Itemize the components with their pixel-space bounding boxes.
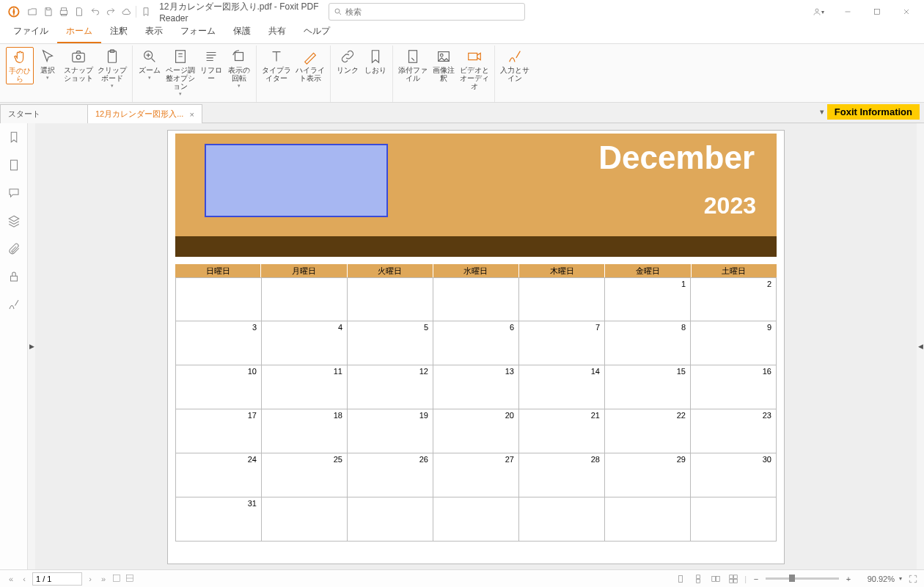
- page-icon[interactable]: [72, 3, 87, 21]
- minimize-button[interactable]: [833, 1, 862, 22]
- search-input[interactable]: [345, 7, 520, 16]
- expand-left-icon[interactable]: ▶: [28, 123, 35, 569]
- highlight-tool[interactable]: ハイライト表示: [293, 47, 327, 83]
- bookmark-tool[interactable]: しおり: [362, 47, 389, 75]
- window-controls: ▾: [804, 1, 921, 22]
- menu-form[interactable]: フォーム: [172, 22, 224, 43]
- menubar: ファイル ホーム 注釈 表示 フォーム 保護 共有 ヘルプ: [0, 23, 924, 44]
- foxit-info-badge[interactable]: Foxit Information: [827, 104, 920, 120]
- continuous-facing-view[interactable]: [727, 572, 740, 586]
- save-icon[interactable]: [40, 3, 56, 21]
- calendar-cell: 12: [348, 365, 433, 409]
- single-page-view[interactable]: [674, 572, 687, 586]
- calendar-row: 31: [175, 497, 777, 542]
- calendar-cell: [433, 497, 519, 542]
- menu-home[interactable]: ホーム: [57, 22, 101, 43]
- maximize-button[interactable]: [862, 1, 892, 22]
- titlebar: 12月カレンダー図形入り.pdf - Foxit PDF Reader ▾: [0, 0, 924, 23]
- calendar-cell: 5: [348, 321, 433, 365]
- undo-icon[interactable]: [87, 3, 103, 21]
- calendar-row: 12: [175, 277, 777, 321]
- bookmark-panel-icon[interactable]: [7, 131, 21, 145]
- signature-panel-icon[interactable]: [7, 298, 21, 313]
- calendar-cell: 27: [433, 453, 519, 497]
- svg-rect-21: [697, 579, 700, 583]
- calendar-cell: 6: [433, 321, 519, 365]
- day-fri: 金曜日: [604, 264, 690, 277]
- calendar-cell: [691, 497, 777, 542]
- calendar-cell: 21: [519, 409, 605, 453]
- clipboard-tool[interactable]: クリップボード▾: [95, 47, 129, 89]
- hand-tool[interactable]: 手のひら: [6, 47, 34, 84]
- continuous-view[interactable]: [692, 572, 705, 586]
- comments-panel-icon[interactable]: [7, 186, 21, 201]
- menu-file[interactable]: ファイル: [4, 22, 57, 43]
- reflow-tool[interactable]: リフロー: [197, 47, 225, 83]
- calendar-grid: 1234567891011121314151617181920212223242…: [175, 277, 777, 542]
- rotate-tool[interactable]: 表示の回転▾: [225, 47, 253, 89]
- notice-bar: ▾ Foxit Information: [817, 103, 920, 120]
- fullscreen-button[interactable]: [906, 572, 920, 586]
- work-area: ▶ December 2023 日曜日 月曜日 火曜日 水曜日 木曜日 金曜日 …: [0, 123, 924, 569]
- attachments-panel-icon[interactable]: [7, 242, 21, 257]
- day-tue: 火曜日: [347, 264, 433, 277]
- image-annot-tool[interactable]: 画像注釈: [430, 47, 458, 83]
- day-sun: 日曜日: [175, 264, 260, 277]
- close-button[interactable]: [892, 1, 921, 22]
- typewriter-tool[interactable]: タイプライター: [260, 47, 293, 83]
- notice-dropdown[interactable]: ▾: [817, 103, 827, 120]
- next-page-button[interactable]: ›: [84, 575, 97, 583]
- user-icon[interactable]: ▾: [804, 1, 833, 22]
- select-tool[interactable]: 選択▾: [34, 47, 62, 81]
- menu-comment[interactable]: 注釈: [101, 22, 136, 43]
- open-icon[interactable]: [25, 3, 40, 21]
- outline-nav2-icon[interactable]: [123, 573, 136, 585]
- svg-rect-24: [730, 575, 733, 578]
- tab-close-icon[interactable]: ×: [189, 110, 194, 119]
- security-panel-icon[interactable]: [7, 270, 21, 285]
- menu-share[interactable]: 共有: [260, 22, 295, 43]
- menu-protect[interactable]: 保護: [224, 22, 260, 43]
- calendar-cell: 3: [175, 321, 262, 365]
- video-tool[interactable]: ビデオとオーディオ: [458, 47, 491, 91]
- pages-panel-icon[interactable]: [7, 158, 21, 173]
- zoom-dropdown[interactable]: ▾: [899, 575, 902, 582]
- layers-panel-icon[interactable]: [7, 214, 21, 229]
- page-fit-tool[interactable]: ページ調整オプション▾: [164, 47, 197, 97]
- bookmark-dropdown-icon[interactable]: [138, 3, 153, 21]
- calendar-row: 24252627282930: [175, 453, 777, 497]
- outline-nav-icon[interactable]: [110, 573, 123, 585]
- tab-document[interactable]: 12月カレンダー図形入...×: [87, 104, 202, 123]
- redo-icon[interactable]: [103, 3, 118, 21]
- document-viewer[interactable]: December 2023 日曜日 月曜日 火曜日 水曜日 木曜日 金曜日 土曜…: [35, 123, 917, 569]
- search-box[interactable]: [329, 3, 525, 21]
- attach-tool[interactable]: 添付ファイル: [396, 47, 430, 83]
- prev-page-button[interactable]: ‹: [18, 575, 31, 583]
- sign-tool[interactable]: 入力とサイン: [498, 47, 532, 83]
- page-input[interactable]: [32, 572, 82, 586]
- first-page-button[interactable]: «: [4, 575, 18, 583]
- last-page-button[interactable]: »: [97, 575, 110, 583]
- calendar-cell: [262, 277, 348, 321]
- svg-rect-10: [235, 53, 243, 61]
- tab-start[interactable]: スタート: [0, 104, 88, 123]
- zoom-slider[interactable]: [766, 577, 839, 580]
- snapshot-tool[interactable]: スナップショット: [62, 47, 95, 83]
- zoom-in-button[interactable]: +: [843, 575, 854, 583]
- calendar-row: 3456789: [175, 321, 777, 365]
- svg-rect-20: [697, 575, 700, 578]
- svg-rect-17: [113, 575, 120, 581]
- zoom-tool[interactable]: ズーム▾: [136, 47, 164, 81]
- svg-rect-25: [734, 575, 738, 578]
- link-tool[interactable]: リンク: [334, 47, 362, 75]
- menu-help[interactable]: ヘルプ: [295, 22, 339, 43]
- calendar-cell: [605, 497, 691, 542]
- calendar-cell: 31: [175, 497, 262, 542]
- expand-right-icon[interactable]: ◀: [917, 123, 924, 569]
- zoom-out-button[interactable]: −: [751, 575, 761, 583]
- cloud-icon[interactable]: [119, 3, 134, 21]
- calendar-cell: 23: [691, 409, 777, 453]
- menu-view[interactable]: 表示: [136, 22, 172, 43]
- facing-view[interactable]: [709, 572, 722, 586]
- print-icon[interactable]: [56, 3, 71, 21]
